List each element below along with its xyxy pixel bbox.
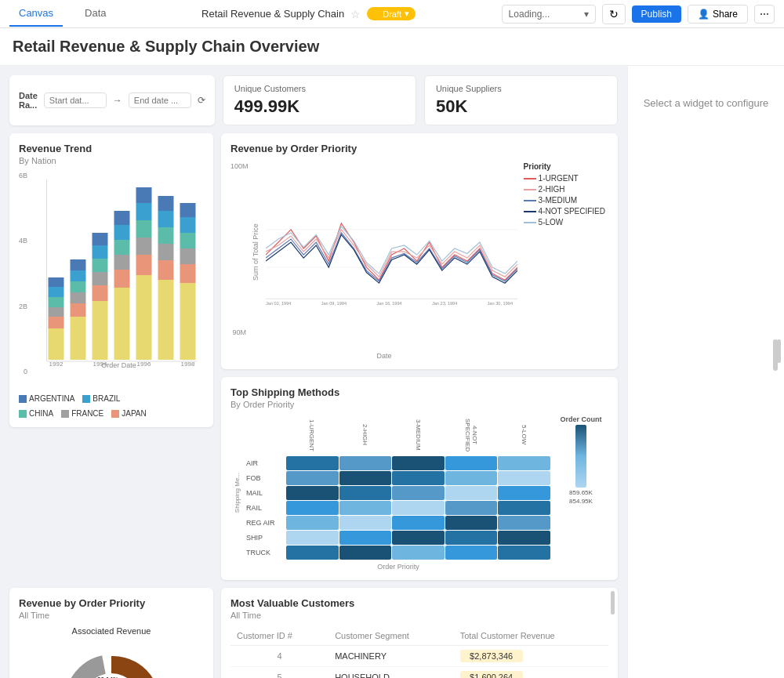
svg-rect-38 [180,248,196,264]
charts-row: Revenue Trend By Nation 6B 4B 2B 0 [9,133,618,580]
cell-regair-medium [392,516,445,530]
cell-air-urgent [286,456,339,470]
svg-rect-5 [49,277,64,287]
svg-rect-13 [93,285,108,301]
cell-mail-low [498,486,550,500]
status-badge[interactable]: Draft ▾ [367,7,416,20]
svg-rect-16 [93,245,108,259]
end-date-input[interactable] [129,92,191,108]
row-air: AIR [246,456,285,470]
svg-rect-31 [158,260,174,280]
share-button[interactable]: 👤 Share [688,5,748,24]
cell-fob-low [498,471,550,485]
refresh-button[interactable]: ↻ [602,4,626,24]
svg-rect-21 [114,240,130,255]
share-icon: 👤 [698,9,710,20]
svg-rect-0 [49,328,64,360]
line-y-axis-label: Sum of Total Price [252,156,260,349]
cell-truck-low [498,546,550,560]
x-axis-label: Order Date [34,361,204,369]
customer-id-5: 5 [230,667,328,679]
heatmap-y-axis: Shipping Me... [234,473,241,513]
y-tick-0: 0 [24,368,27,375]
row-rail: RAIL [246,501,285,515]
cell-rail-low [498,501,550,515]
customer-id-4: 4 [230,646,328,667]
cell-air-notspec [445,456,498,470]
svg-rect-34 [158,211,174,227]
svg-rect-26 [136,237,152,255]
date-range-label: Date Ra... [19,91,38,110]
cell-ship-urgent [286,531,339,545]
segment-machinery: MACHINERY [328,646,453,667]
y-tick-6b: 6B [19,172,27,179]
start-date-input[interactable] [44,92,107,108]
svg-text:Jan 09, 1994: Jan 09, 1994 [321,301,346,306]
svg-rect-22 [114,225,130,240]
publish-button[interactable]: Publish [632,5,681,23]
cell-truck-medium [392,546,445,560]
more-options-button[interactable]: ⋯ [754,5,775,24]
line-chart: Jan 02, 1994 Jan 09, 1994 Jan 16, 1994 J… [266,156,517,328]
svg-rect-7 [71,303,86,317]
y-tick-4b: 4B [19,237,27,245]
svg-rect-40 [180,217,196,233]
svg-rect-11 [71,259,86,270]
svg-rect-8 [71,292,86,303]
svg-rect-37 [180,264,196,283]
donut-title: Associated Revenue [19,626,204,636]
cell-rail-notspec [445,501,498,515]
bottom-row: Revenue by Order Priority All Time Assoc… [9,588,618,678]
cell-ship-low [498,531,550,545]
col-customer-id: Customer ID # [230,626,328,646]
col-segment: Customer Segment [328,626,453,646]
order-count-label: Order Count [561,415,602,423]
cell-mail-high [339,486,392,500]
tab-data[interactable]: Data [75,1,115,27]
col-revenue: Total Customer Revenue [454,626,608,646]
svg-rect-14 [93,272,108,285]
svg-rect-3 [49,297,64,307]
svg-rect-27 [136,220,152,237]
revenue-priority-card: Revenue by Order Priority 100M 90M Sum o… [221,133,618,369]
svg-rect-15 [93,259,108,272]
svg-rect-39 [180,233,196,248]
svg-text:Jan 23, 1994: Jan 23, 1994 [431,301,456,306]
legend-min: 854.95K [569,498,593,505]
top-bar: Canvas Data Retail Revenue & Supply Chai… [0,0,784,28]
svg-rect-36 [180,283,196,360]
svg-text:Jan 16, 1994: Jan 16, 1994 [376,301,401,306]
star-icon[interactable]: ☆ [350,8,361,20]
svg-rect-17 [93,233,108,245]
tab-canvas[interactable]: Canvas [9,1,63,27]
main-content: Date Ra... → ⟳ Unique Customers 499.99K … [0,66,784,678]
cell-mail-notspec [445,486,498,500]
svg-rect-9 [71,281,86,292]
refresh-filter-icon[interactable]: ⟳ [198,95,205,106]
col-header-urgent: 1-URGENT [285,415,339,455]
cell-regair-high [339,516,392,530]
chevron-down-icon: ▾ [405,9,409,19]
col-header-high: 2-HIGH [339,415,392,455]
cell-ship-high [339,531,392,545]
loading-dropdown[interactable]: Loading... ▾ [502,5,596,24]
table-row: 4 MACHINERY $2,873,346 [230,646,608,667]
svg-rect-30 [158,280,174,360]
svg-rect-32 [158,244,174,260]
legend-max: 859.65K [569,489,593,496]
filter-kpi-row: Date Ra... → ⟳ Unique Customers 499.99K … [9,75,618,125]
cell-fob-high [339,471,392,485]
donut-card: Revenue by Order Priority All Time Assoc… [9,588,213,678]
heatmap-x-label: Order Priority [246,563,550,571]
svg-rect-2 [49,307,64,317]
dashboard-title: Retail Revenue & Supply Chain [201,8,344,20]
revenue-trend-card: Revenue Trend By Nation 6B 4B 2B 0 [9,133,213,427]
svg-rect-4 [49,287,64,297]
svg-rect-12 [93,301,108,360]
kpi-unique-customers: Unique Customers 499.99K [223,75,416,125]
cell-air-low [498,456,550,470]
page-title: Retail Revenue & Supply Chain Overview [0,28,784,66]
cell-mail-medium [392,486,445,500]
line-x-axis-label: Date [252,352,517,360]
svg-rect-24 [136,275,152,360]
